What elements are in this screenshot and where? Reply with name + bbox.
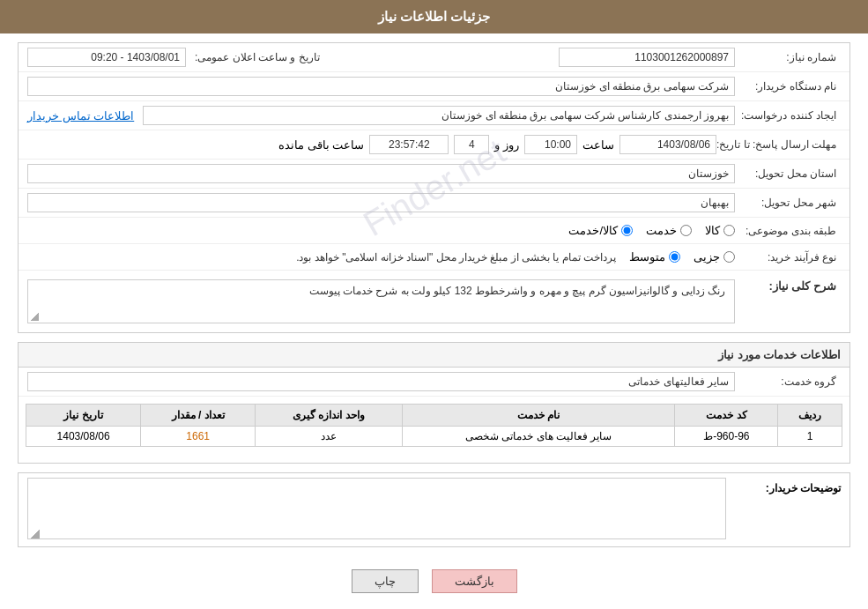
description-value: رنگ زدایی و گالوانیزاسیون گرم پیچ و مهره…: [27, 279, 735, 323]
purchase-type-jozi: جزیی: [694, 250, 735, 264]
page-header: جزئیات اطلاعات نیاز: [0, 0, 868, 33]
radio-motavaset[interactable]: [669, 251, 680, 263]
th-qty: تعداد / مقدار: [141, 405, 256, 427]
cell-row: 1: [778, 427, 842, 447]
deadline-days: 4: [454, 135, 489, 154]
cell-code: 960-96-ط: [675, 427, 778, 447]
services-table: ردیف کد خدمت نام خدمت واحد اندازه گیری ت…: [26, 404, 842, 447]
textarea-resize-handle[interactable]: [31, 530, 40, 538]
creator-label: ایجاد کننده درخواست:: [735, 109, 841, 122]
category-label: طبقه بندی موضوعی:: [735, 225, 841, 237]
deadline-day-label: روز و: [494, 138, 519, 152]
header-title: جزئیات اطلاعات نیاز: [378, 9, 490, 24]
buyer-notes-label: توضیحات خریدار:: [735, 478, 841, 494]
purchase-type-radio-group: جزیی متوسط: [629, 250, 735, 264]
table-row: 1 960-96-ط سایر فعالیت های خدماتی شخصی ع…: [26, 427, 842, 447]
radio-khedmat[interactable]: [680, 225, 692, 236]
category-option-kala-khedmat: کالا/خدمت: [568, 224, 633, 237]
row-city: شهر محل تحویل: بهبهان: [19, 189, 849, 218]
button-row: بازگشت چاپ: [18, 556, 850, 602]
purchase-type-motavaset: متوسط: [629, 250, 680, 264]
deadline-remaining-label: ساعت باقی مانده: [278, 138, 364, 152]
services-section: اطلاعات خدمات مورد نیاز گروه خدمت: سایر …: [18, 342, 850, 464]
cell-name: سایر فعالیت های خدماتی شخصی: [402, 427, 675, 447]
buyer-notes-row: توضیحات خریدار:: [19, 473, 849, 546]
services-title: اطلاعات خدمات مورد نیاز: [19, 343, 849, 368]
buyer-org-value: شرکت سهامی برق منطقه ای خوزستان: [27, 77, 735, 96]
province-label: استان محل تحویل:: [735, 167, 841, 180]
label-jozi: جزیی: [694, 250, 720, 264]
category-option-khedmat: خدمت: [646, 224, 692, 237]
th-name: نام خدمت: [402, 405, 675, 427]
cell-qty: 1661: [141, 427, 256, 447]
deadline-remaining: 23:57:42: [369, 135, 449, 154]
radio-kala[interactable]: [723, 225, 735, 236]
service-group-label: گروه خدمت:: [735, 375, 841, 388]
city-value: بهبهان: [27, 193, 735, 212]
need-number-value: 1103001262000897: [559, 48, 735, 67]
row-need-number: شماره نیاز: 1103001262000897 تاریخ و ساع…: [19, 43, 849, 72]
service-group-value: سایر فعالیتهای خدماتی: [27, 372, 735, 391]
purchase-type-label: نوع فرآیند خرید:: [735, 251, 841, 264]
row-description: شرح کلی نیاز: رنگ زدایی و گالوانیزاسیون …: [19, 271, 849, 332]
creator-contact-link[interactable]: اطلاعات تماس خریدار: [27, 109, 134, 123]
radio-jozi[interactable]: [723, 251, 735, 263]
row-buyer-org: نام دستگاه خریدار: شرکت سهامی برق منطقه …: [19, 72, 849, 101]
deadline-label: مهلت ارسال پاسخ: تا تاریخ:: [716, 138, 841, 151]
cell-date: 1403/08/06: [26, 427, 141, 447]
label-kala-khedmat: کالا/خدمت: [568, 224, 618, 237]
deadline-time: 10:00: [524, 135, 577, 154]
deadline-date: 1403/08/06: [619, 135, 716, 154]
creator-value: بهروز ارجمندی کارشناس شرکت سهامی برق منط…: [143, 106, 735, 125]
need-number-label: شماره نیاز:: [735, 51, 841, 63]
category-option-kala: کالا: [705, 224, 735, 237]
buyer-org-label: نام دستگاه خریدار:: [735, 80, 841, 93]
form-section: Finder.net شماره نیاز: 1103001262000897 …: [18, 42, 850, 333]
announce-date-value: 1403/08/01 - 09:20: [27, 48, 186, 67]
row-creator: ایجاد کننده درخواست: بهروز ارجمندی کارشن…: [19, 101, 849, 130]
print-button[interactable]: چاپ: [352, 569, 419, 593]
deadline-time-label: ساعت: [582, 138, 614, 152]
services-table-wrapper: ردیف کد خدمت نام خدمت واحد اندازه گیری ت…: [19, 397, 849, 454]
cell-unit: عدد: [256, 427, 403, 447]
announce-date-label: تاریخ و ساعت اعلان عمومی:: [195, 51, 324, 63]
purchase-type-note: پرداخت تمام یا بخشی از مبلغ خریدار محل "…: [296, 251, 616, 264]
category-radio-group: کالا خدمت کالا/خدمت: [568, 224, 735, 237]
th-code: کد خدمت: [675, 405, 778, 427]
label-kala: کالا: [705, 224, 720, 237]
main-content: Finder.net شماره نیاز: 1103001262000897 …: [0, 33, 868, 609]
description-text: رنگ زدایی و گالوانیزاسیون گرم پیچ و مهره…: [309, 285, 725, 297]
th-unit: واحد اندازه گیری: [256, 405, 403, 427]
buyer-notes-section: توضیحات خریدار:: [18, 472, 850, 547]
row-purchase-type: نوع فرآیند خرید: جزیی متوسط پرداخت تمام …: [19, 244, 849, 271]
resize-handle[interactable]: [30, 312, 39, 321]
city-label: شهر محل تحویل:: [735, 197, 841, 209]
row-province: استان محل تحویل: خوزستان: [19, 160, 849, 189]
back-button[interactable]: بازگشت: [432, 569, 517, 593]
province-value: خوزستان: [27, 164, 735, 183]
th-row: ردیف: [778, 405, 842, 427]
row-deadline: مهلت ارسال پاسخ: تا تاریخ: 1403/08/06 سا…: [19, 130, 849, 160]
buyer-notes-textarea[interactable]: [27, 478, 726, 539]
label-khedmat: خدمت: [646, 224, 677, 237]
row-category: طبقه بندی موضوعی: کالا خدمت کالا/خدمت: [19, 218, 849, 244]
th-date: تاریخ نیاز: [26, 405, 141, 427]
radio-kala-khedmat[interactable]: [621, 225, 633, 236]
page-wrapper: جزئیات اطلاعات نیاز Finder.net شماره نیا…: [0, 0, 868, 609]
label-motavaset: متوسط: [629, 250, 665, 264]
description-label: شرح کلی نیاز:: [735, 275, 841, 293]
buyer-notes-wrapper: [27, 478, 726, 542]
row-service-group: گروه خدمت: سایر فعالیتهای خدماتی: [19, 368, 849, 397]
